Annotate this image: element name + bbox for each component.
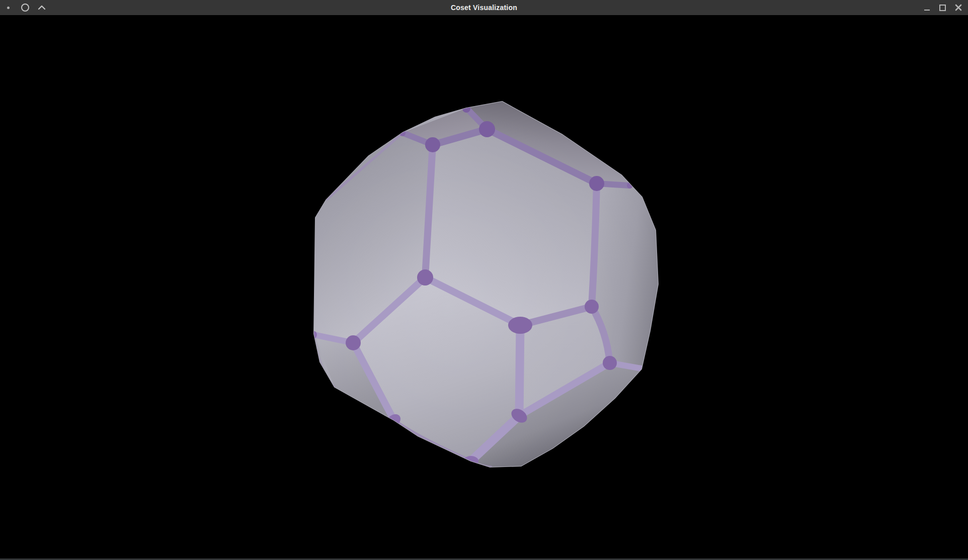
minimize-icon xyxy=(924,10,930,11)
vertex-mid-left xyxy=(417,269,433,286)
titlebar: Coset Visualization xyxy=(0,0,968,15)
circle-icon xyxy=(21,4,29,12)
vertex-top xyxy=(479,121,495,137)
maximize-button[interactable] xyxy=(935,0,950,15)
circle-button[interactable] xyxy=(17,0,33,15)
maximize-icon xyxy=(939,5,946,11)
vertex-top-left xyxy=(425,137,440,152)
vertex-left-silhouette xyxy=(309,331,317,339)
dot-icon xyxy=(7,7,10,9)
minimize-button[interactable] xyxy=(919,0,935,15)
app-window: Coset Visualization xyxy=(0,0,968,560)
3d-viewport[interactable] xyxy=(0,15,968,558)
close-button[interactable] xyxy=(950,0,966,15)
vertex-bottom xyxy=(463,456,478,466)
edge-vc-v8 xyxy=(519,325,520,416)
vertex-left xyxy=(346,335,361,350)
vertex-center xyxy=(508,317,532,334)
menu-dot-button[interactable] xyxy=(0,0,17,15)
shading-highlight xyxy=(282,85,694,488)
window-title: Coset Visualization xyxy=(451,4,517,12)
vertex-right-mid xyxy=(585,300,599,314)
expand-button[interactable] xyxy=(33,0,50,15)
chevron-up-icon xyxy=(38,5,46,10)
titlebar-left-controls xyxy=(0,0,50,15)
coset-polyhedron-render xyxy=(0,15,968,558)
close-icon xyxy=(955,4,962,11)
vertex-top-right xyxy=(589,176,604,191)
vertex-upper-left-silhouette xyxy=(399,130,406,136)
titlebar-window-controls xyxy=(919,0,966,15)
vertex-right-low xyxy=(603,356,617,370)
